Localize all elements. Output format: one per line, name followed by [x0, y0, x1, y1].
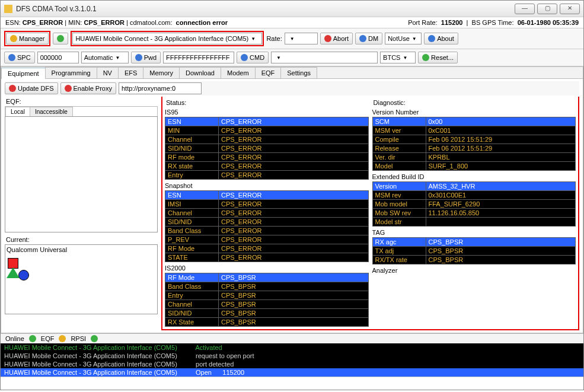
table-row[interactable]: SID/NIDCPS_ERROR — [165, 144, 369, 153]
eqf-tab-local[interactable]: Local — [5, 107, 30, 116]
auto-select[interactable]: Automatic▼ — [81, 52, 129, 63]
close-button[interactable]: ✕ — [560, 4, 580, 14]
equipment-panel: Update DFS Enable Proxy EQF: Local Inacc… — [1, 78, 583, 333]
table-row[interactable]: RX stateCPS_ERROR — [165, 162, 369, 171]
tab-modem[interactable]: Modem — [221, 67, 256, 78]
minimize-button[interactable]: — — [515, 4, 535, 14]
table-row[interactable]: ReleaseFeb 06 2012 15:51:29 — [372, 144, 576, 153]
conn-status: connection error — [176, 19, 228, 26]
table-row[interactable]: Band ClassCPS_ERROR — [165, 227, 369, 235]
rpsi-label: RPSI — [71, 335, 86, 342]
tab-equipment[interactable]: Equipment — [1, 68, 46, 79]
port-rate-value: 115200 — [441, 19, 463, 26]
dm-button[interactable]: DM — [355, 33, 382, 44]
log-panel: HUAWEI Mobile Connect - 3G Application I… — [1, 343, 583, 377]
table-row[interactable]: ChannelCPS_ERROR — [165, 135, 369, 144]
table-row[interactable]: ESNCPS_ERROR — [165, 191, 369, 200]
refresh-icon — [57, 35, 64, 42]
tab-nv[interactable]: NV — [97, 67, 119, 78]
min-value: CPS_ERROR — [84, 19, 125, 26]
status-label: Status: — [166, 99, 369, 106]
dm-select[interactable]: NotUse▼ — [385, 33, 422, 44]
eqf-tab-inaccessible[interactable]: Inaccessible — [30, 107, 73, 116]
tab-settings[interactable]: Settings — [280, 67, 317, 78]
table-row[interactable]: ESNCPS_ERROR — [165, 117, 369, 126]
proxy-input[interactable] — [119, 82, 202, 94]
table-row[interactable]: RF ModeCPS_BPSR — [165, 273, 369, 282]
manager-button[interactable]: Manager — [6, 33, 49, 44]
refresh-button[interactable] — [53, 33, 68, 44]
is2000-label: IS2000 — [165, 264, 369, 272]
toolbar-2: SPC Automatic▼ Pwd CMD ▼ BTCS▼ Reset... — [1, 49, 583, 66]
tab-programming[interactable]: Programming — [45, 67, 97, 78]
extbuild-table: VersionAMSS_32_HVRMSM rev0x301C00E1Mob m… — [372, 181, 576, 227]
device-select[interactable]: HUAWEI Mobile Connect - 3G Application I… — [72, 33, 262, 44]
table-row[interactable]: ModelSURF_1_800 — [372, 162, 576, 171]
table-row[interactable]: RF ModeCPS_ERROR — [165, 244, 369, 253]
bottom-band — [1, 377, 583, 390]
tab-efs[interactable]: EFS — [118, 67, 143, 78]
diagnostic-label: Diagnostic: — [374, 99, 576, 106]
cmd-button[interactable]: CMD — [237, 52, 269, 63]
tab-memory[interactable]: Memory — [143, 67, 180, 78]
table-row[interactable]: EntryCPS_BPSR — [165, 291, 369, 300]
eqf-label: EQF: — [6, 98, 158, 105]
window-title: DFS CDMA Tool v.3.1.0.1 — [16, 5, 515, 13]
table-row[interactable]: CompileFeb 06 2012 15:51:29 — [372, 135, 576, 144]
pwd-button[interactable]: Pwd — [131, 52, 161, 63]
rate-select[interactable]: ▼ — [285, 33, 318, 44]
table-row[interactable]: SID/NIDCPS_ERROR — [165, 218, 369, 227]
tag-table: RX agcCPS_BPSRTX adjCPS_BPSRRX/TX rateCP… — [372, 237, 576, 264]
table-row[interactable]: ChannelCPS_ERROR — [165, 209, 369, 218]
table-row[interactable]: Band ClassCPS_BPSR — [165, 282, 369, 291]
esn-label: ESN: — [5, 19, 21, 26]
table-row[interactable]: MINCPS_ERROR — [165, 126, 369, 135]
table-row[interactable]: RX StateCPS_BPSR — [165, 318, 369, 327]
table-row[interactable]: Model str — [372, 218, 576, 227]
titlebar: DFS CDMA Tool v.3.1.0.1 — ▢ ✕ — [1, 1, 583, 17]
table-row[interactable]: MSM rev0x301C00E1 — [372, 191, 576, 200]
table-row[interactable]: RX agcCPS_BPSR — [372, 238, 576, 247]
online-label: Online — [5, 335, 24, 342]
table-row[interactable]: RF modeCPS_ERROR — [165, 153, 369, 162]
table-row[interactable]: MSM ver0xC001 — [372, 126, 576, 135]
maximize-button[interactable]: ▢ — [537, 4, 557, 14]
log-line: HUAWEI Mobile Connect - 3G Application I… — [1, 352, 583, 360]
snapshot-table: ESNCPS_ERRORIMSICPS_ERRORChannelCPS_ERRO… — [165, 190, 369, 262]
abort-button[interactable]: Abort — [320, 33, 353, 44]
tag-label: TAG — [372, 229, 576, 236]
table-row[interactable]: IMSICPS_ERROR — [165, 200, 369, 209]
spc-input[interactable] — [37, 52, 79, 63]
tab-eqf[interactable]: EQF — [255, 67, 282, 78]
enable-proxy-button[interactable]: Enable Proxy — [60, 82, 116, 94]
table-row[interactable]: ChannelCPS_BPSR — [165, 300, 369, 309]
spc-button[interactable]: SPC — [4, 52, 35, 63]
table-row[interactable]: VersionAMSS_32_HVR — [372, 182, 576, 191]
toolbar-1: Manager HUAWEI Mobile Connect - 3G Appli… — [1, 28, 583, 49]
eqf-list[interactable] — [5, 116, 158, 232]
table-row[interactable]: STATECPS_ERROR — [165, 253, 369, 262]
pwd-icon — [135, 54, 142, 61]
pwd-input[interactable] — [163, 52, 234, 63]
tab-download[interactable]: Download — [179, 67, 221, 78]
table-row[interactable]: TX adjCPS_BPSR — [372, 247, 576, 256]
table-row[interactable]: P_REVCPS_ERROR — [165, 235, 369, 244]
update-dfs-button[interactable]: Update DFS — [5, 82, 58, 94]
reset-icon — [422, 54, 429, 61]
is2000-table: RF ModeCPS_BPSRBand ClassCPS_BPSREntryCP… — [165, 273, 369, 327]
table-row[interactable]: Mob modelFFA_SURF_6290 — [372, 200, 576, 209]
current-label: Current: — [6, 236, 158, 243]
rpsi-icon — [91, 335, 98, 342]
cmd-select[interactable]: ▼ — [271, 52, 378, 63]
reset-button[interactable]: Reset... — [418, 52, 458, 63]
table-row[interactable]: EntryCPS_ERROR — [165, 171, 369, 180]
table-row[interactable]: SCM0x00 — [372, 117, 576, 126]
table-row[interactable]: RX/TX rateCPS_BPSR — [372, 256, 576, 264]
table-row[interactable]: SID/NIDCPS_BPSR — [165, 309, 369, 318]
about-button[interactable]: About — [424, 33, 458, 44]
table-row[interactable]: Mob SW rev11.126.16.05.850 — [372, 209, 576, 218]
log-line: HUAWEI Mobile Connect - 3G Application I… — [1, 343, 583, 352]
current-box: Qualcomm Universal — [5, 244, 158, 314]
btcs-select[interactable]: BTCS▼ — [380, 52, 416, 63]
table-row[interactable]: Ver. dirKPRBL — [372, 153, 576, 162]
